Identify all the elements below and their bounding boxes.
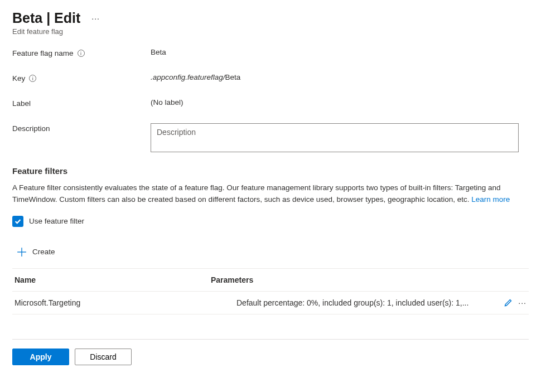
plus-icon xyxy=(17,247,27,257)
use-feature-filter-checkbox[interactable] xyxy=(12,216,23,227)
info-icon[interactable]: i xyxy=(29,75,36,82)
page-subtitle: Edit feature flag xyxy=(12,27,529,36)
create-filter-button[interactable]: Create xyxy=(15,244,529,260)
key-label: Key xyxy=(12,74,25,83)
description-label: Description xyxy=(12,124,50,133)
label-label: Label xyxy=(12,99,31,108)
pencil-icon[interactable] xyxy=(504,298,513,307)
info-icon[interactable]: i xyxy=(78,50,85,57)
feature-filters-description: A Feature filter consistently evaluates … xyxy=(12,182,529,206)
key-prefix: .appconfig.featureflag/ xyxy=(151,73,225,81)
create-label: Create xyxy=(32,248,55,256)
page-title: Beta | Edit xyxy=(12,10,80,26)
apply-button[interactable]: Apply xyxy=(12,349,69,365)
more-icon[interactable]: ··· xyxy=(91,14,100,23)
name-column-header: Name xyxy=(15,275,211,284)
more-icon[interactable]: ··· xyxy=(518,298,526,307)
key-value: Beta xyxy=(225,73,241,81)
learn-more-link[interactable]: Learn more xyxy=(471,195,510,204)
filter-name-cell: Microsoft.Targeting xyxy=(15,298,211,307)
footer: Apply Discard xyxy=(12,339,529,365)
use-feature-filter-label: Use feature filter xyxy=(29,217,84,225)
discard-button[interactable]: Discard xyxy=(75,349,132,365)
label-value: (No label) xyxy=(151,98,183,107)
parameters-column-header: Parameters xyxy=(211,275,526,284)
feature-flag-name-value: Beta xyxy=(151,48,166,56)
table-row: Microsoft.Targeting Default percentage: … xyxy=(12,292,529,314)
description-input[interactable] xyxy=(151,123,519,152)
filter-parameters-cell: Default percentage: 0%, included group(s… xyxy=(236,298,496,307)
feature-filters-title: Feature filters xyxy=(12,166,529,176)
feature-flag-name-label: Feature flag name xyxy=(12,49,74,57)
filters-table-header: Name Parameters xyxy=(12,268,529,292)
